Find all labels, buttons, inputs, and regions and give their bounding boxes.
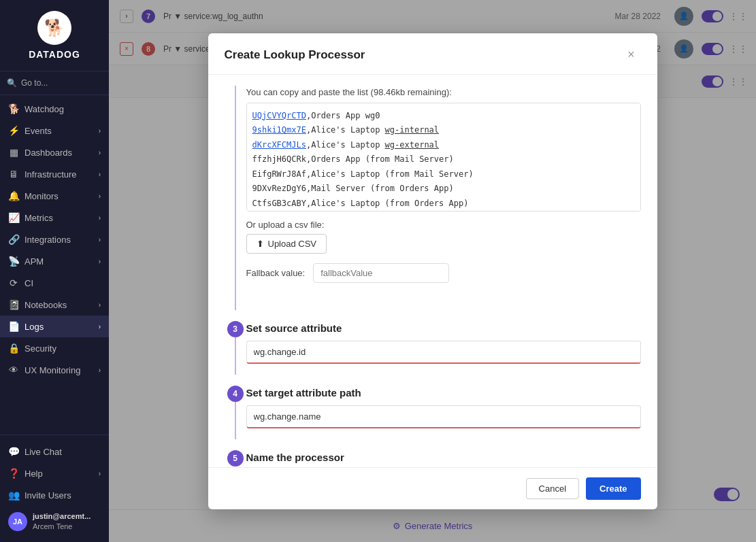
sidebar-item-help[interactable]: ❓ Help › xyxy=(0,462,109,484)
step-lookup-table: You can copy and paste the list (98.46kb… xyxy=(225,86,641,310)
help-icon: ❓ xyxy=(8,468,19,479)
sidebar-item-logs[interactable]: 📄 Logs › xyxy=(0,316,109,337)
step-5-heading: Name the processor xyxy=(246,452,641,463)
lookup-line: CtfsGB3cABY,Alice's Laptop (from Orders … xyxy=(252,197,635,211)
chevron-right-icon: › xyxy=(99,214,101,222)
search-button[interactable]: 🔍 Go to... xyxy=(7,78,48,88)
search-label: Go to... xyxy=(21,78,48,88)
lookup-line: ffzhjH6QCRk,Orders App (from Mail Server… xyxy=(252,152,635,167)
sidebar-item-infrastructure[interactable]: 🖥 Infrastructure › xyxy=(0,163,109,185)
sidebar-item-integrations[interactable]: 🔗 Integrations › xyxy=(0,228,109,250)
target-attribute-input[interactable] xyxy=(246,405,641,428)
step-connector-line xyxy=(235,337,236,375)
logo-icon: 🐕 xyxy=(37,11,71,45)
lookup-link: dKrcXFCMJLs xyxy=(252,140,306,150)
chevron-right-icon: › xyxy=(99,127,101,135)
infrastructure-icon: 🖥 xyxy=(8,169,19,180)
sidebar-item-watchdog[interactable]: 🐕 Watchdog xyxy=(0,98,109,120)
sidebar-item-label: Metrics xyxy=(24,213,53,223)
user-name: justin@arcemt... xyxy=(33,511,91,521)
step-4-container: 4 Set target attribute path xyxy=(225,386,641,439)
sidebar-item-notebooks[interactable]: 📓 Notebooks › xyxy=(0,294,109,316)
step-connector-line xyxy=(235,402,236,439)
sidebar-nav: 🐕 Watchdog ⚡ Events › ▦ Dashboards › 🖥 I… xyxy=(0,95,109,435)
sidebar-item-label: Integrations xyxy=(24,235,71,245)
sidebar-item-label: Events xyxy=(24,126,52,136)
sidebar-item-label: Help xyxy=(24,469,43,479)
upload-csv-button[interactable]: ⬆ Upload CSV xyxy=(246,234,327,254)
step-3-heading: Set source attribute xyxy=(246,322,641,334)
sidebar-search-area[interactable]: 🔍 Go to... xyxy=(0,71,109,95)
sidebar-item-security[interactable]: 🔒 Security xyxy=(0,337,109,359)
step-line-col: 3 xyxy=(225,321,246,375)
user-subtitle: Arcem Tene xyxy=(33,522,91,531)
sidebar-item-invite-users[interactable]: 👥 Invite Users xyxy=(0,484,109,506)
integrations-icon: 🔗 xyxy=(8,234,19,245)
logo-text: DATADOG xyxy=(29,49,80,60)
lookup-line: 9shki1Qmx7E,Alice's Laptop wg-internal xyxy=(252,123,635,138)
sidebar-user[interactable]: JA justin@arcemt... Arcem Tene xyxy=(0,506,109,537)
csv-upload-section: Or upload a csv file: ⬆ Upload CSV xyxy=(246,220,641,254)
step-5-circle: 5 xyxy=(227,450,244,467)
sidebar-item-monitors[interactable]: 🔔 Monitors › xyxy=(0,185,109,207)
sidebar-item-label: Invite Users xyxy=(24,490,71,501)
sidebar-item-apm[interactable]: 📡 APM › xyxy=(0,250,109,272)
lookup-line: dKrcXFCMJLs,Alice's Laptop wg-external xyxy=(252,138,635,153)
sidebar-logo: 🐕 DATADOG xyxy=(0,0,109,71)
upload-btn-label: Upload CSV xyxy=(268,239,317,249)
step-connector-line xyxy=(235,86,236,310)
sidebar-item-ux-monitoring[interactable]: 👁 UX Monitoring › xyxy=(0,359,109,381)
step-line-col: 5 xyxy=(225,450,246,467)
security-icon: 🔒 xyxy=(8,343,19,354)
fallback-input[interactable] xyxy=(313,263,449,283)
sidebar-item-label: Security xyxy=(24,343,56,354)
lookup-table-box[interactable]: UQjCVYQrCTD,Orders App wg0 9shki1Qmx7E,A… xyxy=(246,103,641,211)
modal-body: You can copy and paste the list (98.46kb… xyxy=(208,75,657,467)
lookup-info-text: You can copy and paste the list (98.46kb… xyxy=(246,87,641,97)
lookup-line: UQjCVYQrCTD,Orders App wg0 xyxy=(252,109,635,124)
step-4-heading: Set target attribute path xyxy=(246,387,641,399)
metrics-icon: 📈 xyxy=(8,212,19,223)
modal-overlay: Create Lookup Processor × You can copy a… xyxy=(109,0,756,542)
dashboards-icon: ▦ xyxy=(8,147,19,158)
ci-icon: ⟳ xyxy=(8,277,19,288)
create-button[interactable]: Create xyxy=(586,477,640,500)
fallback-label: Fallback value: xyxy=(246,268,306,278)
sidebar-bottom: 💬 Live Chat ❓ Help › 👥 Invite Users JA j… xyxy=(0,435,109,542)
apm-icon: 📡 xyxy=(8,256,19,267)
source-attribute-input[interactable] xyxy=(246,341,641,364)
cancel-button[interactable]: Cancel xyxy=(526,478,579,499)
modal-close-button[interactable]: × xyxy=(622,46,641,65)
step-3-circle: 3 xyxy=(227,321,244,337)
watchdog-icon: 🐕 xyxy=(8,103,19,114)
sidebar-item-ci[interactable]: ⟳ CI xyxy=(0,272,109,294)
lookup-line: EifgRWrJ8Af,Alice's Laptop (from Mail Se… xyxy=(252,167,635,182)
sidebar-item-label: UX Monitoring xyxy=(24,365,80,375)
lookup-link: UQjCVYQrCTD xyxy=(252,111,306,120)
sidebar-item-label: Dashboards xyxy=(24,148,72,158)
sidebar-item-events[interactable]: ⚡ Events › xyxy=(0,120,109,141)
logs-icon: 📄 xyxy=(8,321,19,332)
step-4-circle: 4 xyxy=(227,386,244,402)
sidebar-item-label: Live Chat xyxy=(24,447,62,457)
step-line-col xyxy=(225,86,246,310)
chevron-right-icon: › xyxy=(99,470,101,477)
lookup-line: 9DXvRezDgY6,Mail Server (from Orders App… xyxy=(252,182,635,197)
chevron-right-icon: › xyxy=(99,236,101,243)
chevron-right-icon: › xyxy=(99,367,101,374)
monitors-icon: 🔔 xyxy=(8,190,19,201)
notebooks-icon: 📓 xyxy=(8,299,19,310)
events-icon: ⚡ xyxy=(8,125,19,136)
chevron-right-icon: › xyxy=(99,149,101,156)
invite-users-icon: 👥 xyxy=(8,490,19,501)
chevron-right-icon: › xyxy=(99,323,101,331)
step-4-content: Set target attribute path xyxy=(246,386,641,439)
sidebar-item-dashboards[interactable]: ▦ Dashboards › xyxy=(0,141,109,163)
sidebar-item-live-chat[interactable]: 💬 Live Chat xyxy=(0,441,109,462)
step-content-lookup: You can copy and paste the list (98.46kb… xyxy=(246,86,641,310)
search-icon: 🔍 xyxy=(7,78,17,88)
step-3-content: Set source attribute xyxy=(246,321,641,375)
lookup-link: 9shki1Qmx7E xyxy=(252,125,306,135)
sidebar-item-label: Notebooks xyxy=(24,300,67,310)
sidebar-item-metrics[interactable]: 📈 Metrics › xyxy=(0,207,109,228)
